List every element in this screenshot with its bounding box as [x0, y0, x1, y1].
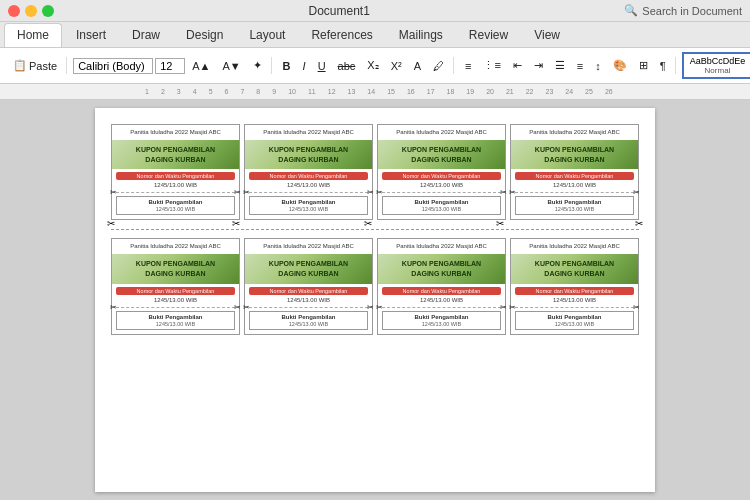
subscript-button[interactable]: X₂	[362, 57, 383, 74]
ticket-7-title: KUPON PENGAMBILAN DAGING KURBAN	[382, 259, 501, 279]
tab-draw[interactable]: Draw	[120, 23, 172, 47]
ticket-6-bg: KUPON PENGAMBILAN DAGING KURBAN	[245, 254, 372, 284]
ticket-6: Panitia Iduladha 2022 Masjid ABC KUPON P…	[244, 238, 373, 334]
ticket-3-bukti: Bukti Pengambilan 1245/13.00 WIB	[382, 196, 501, 215]
strikethrough-button[interactable]: abc	[333, 58, 361, 74]
ticket-8-title: KUPON PENGAMBILAN DAGING KURBAN	[515, 259, 634, 279]
ticket-1-nomor-value: 1245/13.00 WIB	[116, 181, 235, 189]
tab-review[interactable]: Review	[457, 23, 520, 47]
search-area[interactable]: 🔍 Search in Document	[624, 4, 742, 17]
font-name-input[interactable]	[73, 58, 153, 74]
ruler: 123456 789101112 131415161718 1920212223…	[0, 84, 750, 100]
ticket-5-divider: ✂ ✂	[116, 307, 235, 308]
ticket-6-title: KUPON PENGAMBILAN DAGING KURBAN	[249, 259, 368, 279]
tab-layout[interactable]: Layout	[237, 23, 297, 47]
ticket-2: Panitia Iduladha 2022 Masjid ABC KUPON P…	[244, 124, 373, 220]
ticket-8-nomor: Nomor dan Waktu Pengambilan 1245/13.00 W…	[515, 287, 634, 304]
document-area: Panitia Iduladha 2022 Masjid ABC KUPON P…	[0, 100, 750, 500]
scissor-left-icon: ✂	[110, 188, 117, 197]
ticket-1: Panitia Iduladha 2022 Masjid ABC KUPON P…	[111, 124, 240, 220]
ticket-1-nomor-label: Nomor dan Waktu Pengambilan	[116, 172, 235, 180]
ticket-7-org: Panitia Iduladha 2022 Masjid ABC	[382, 243, 501, 251]
bullets-button[interactable]: ≡	[460, 58, 476, 74]
ticket-2-nomor-value: 1245/13.00 WIB	[249, 181, 368, 189]
scissor-left-icon-3: ✂	[376, 188, 383, 197]
tab-insert[interactable]: Insert	[64, 23, 118, 47]
line-spacing-button[interactable]: ↕	[590, 58, 606, 74]
show-hide-button[interactable]: ¶	[655, 58, 671, 74]
scissors-h-mid3: ✂	[496, 218, 504, 229]
ticket-4-title: KUPON PENGAMBILAN DAGING KURBAN	[515, 145, 634, 165]
ribbon: 📋 Paste A▲ A▼ ✦ B I U abc X₂ X² A 🖊 ≡ ⋮≡…	[0, 48, 750, 84]
scissor-right-icon-2: ✂	[367, 188, 374, 197]
clear-format-button[interactable]: ✦	[248, 57, 267, 74]
bold-button[interactable]: B	[278, 58, 296, 74]
ticket-6-divider: ✂ ✂	[249, 307, 368, 308]
ticket-2-nomor: Nomor dan Waktu Pengambilan 1245/13.00 W…	[249, 172, 368, 189]
tab-design[interactable]: Design	[174, 23, 235, 47]
ticket-4-nomor-value: 1245/13.00 WIB	[515, 181, 634, 189]
align-center-button[interactable]: ≡	[572, 58, 588, 74]
ticket-8-nomor-label: Nomor dan Waktu Pengambilan	[515, 287, 634, 295]
highlight-button[interactable]: 🖊	[428, 58, 449, 74]
tab-home[interactable]: Home	[4, 23, 62, 47]
cut-line	[111, 229, 639, 230]
ticket-3-nomor-value: 1245/13.00 WIB	[382, 181, 501, 189]
ticket-4-bukti: Bukti Pengambilan 1245/13.00 WIB	[515, 196, 634, 215]
ticket-5-org: Panitia Iduladha 2022 Masjid ABC	[116, 243, 235, 251]
tab-references[interactable]: References	[299, 23, 384, 47]
indent-left-button[interactable]: ⇤	[508, 57, 527, 74]
paste-button[interactable]: 📋 Paste	[8, 57, 62, 74]
ticket-8-bukti-value: 1245/13.00 WIB	[518, 321, 631, 327]
ticket-4-divider: ✂ ✂	[515, 192, 634, 193]
ticket-5-nomor: Nomor dan Waktu Pengambilan 1245/13.00 W…	[116, 287, 235, 304]
minimize-button[interactable]	[25, 5, 37, 17]
align-left-button[interactable]: ☰	[550, 57, 570, 74]
decrease-font-button[interactable]: A▼	[217, 58, 245, 74]
font-size-input[interactable]	[155, 58, 185, 74]
ticket-5-title: KUPON PENGAMBILAN DAGING KURBAN	[116, 259, 235, 279]
increase-font-button[interactable]: A▲	[187, 58, 215, 74]
ticket-4-bukti-label: Bukti Pengambilan	[518, 199, 631, 205]
ticket-3-bukti-label: Bukti Pengambilan	[385, 199, 498, 205]
tab-view[interactable]: View	[522, 23, 572, 47]
numbering-button[interactable]: ⋮≡	[478, 57, 505, 74]
borders-button[interactable]: ⊞	[634, 57, 653, 74]
ticket-4-nomor-label: Nomor dan Waktu Pengambilan	[515, 172, 634, 180]
shading-button[interactable]: 🎨	[608, 57, 632, 74]
ticket-1-bukti: Bukti Pengambilan 1245/13.00 WIB	[116, 196, 235, 215]
ticket-6-org: Panitia Iduladha 2022 Masjid ABC	[249, 243, 368, 251]
ticket-6-bukti: Bukti Pengambilan 1245/13.00 WIB	[249, 311, 368, 330]
scissor-left-icon-4: ✂	[509, 188, 516, 197]
ticket-7-nomor-value: 1245/13.00 WIB	[382, 296, 501, 304]
ticket-5: Panitia Iduladha 2022 Masjid ABC KUPON P…	[111, 238, 240, 334]
indent-right-button[interactable]: ⇥	[529, 57, 548, 74]
paragraph-group: ≡ ⋮≡ ⇤ ⇥ ☰ ≡ ↕ 🎨 ⊞ ¶	[456, 57, 676, 74]
tab-mailings[interactable]: Mailings	[387, 23, 455, 47]
close-button[interactable]	[8, 5, 20, 17]
style-normal[interactable]: AaBbCcDdEe Normal	[682, 52, 750, 79]
italic-button[interactable]: I	[298, 58, 311, 74]
title-bar: Document1 🔍 Search in Document	[0, 0, 750, 22]
ticket-1-nomor: Nomor dan Waktu Pengambilan 1245/13.00 W…	[116, 172, 235, 189]
superscript-button[interactable]: X²	[386, 58, 407, 74]
ticket-7-nomor-label: Nomor dan Waktu Pengambilan	[382, 287, 501, 295]
window-controls[interactable]	[8, 5, 54, 17]
ticket-grid-top: Panitia Iduladha 2022 Masjid ABC KUPON P…	[111, 124, 639, 220]
paste-label: Paste	[29, 60, 57, 72]
ticket-2-bukti-value: 1245/13.00 WIB	[252, 206, 365, 212]
ticket-8: Panitia Iduladha 2022 Masjid ABC KUPON P…	[510, 238, 639, 334]
search-label: Search in Document	[642, 5, 742, 17]
search-icon: 🔍	[624, 4, 638, 17]
ticket-1-bukti-label: Bukti Pengambilan	[119, 199, 232, 205]
ticket-3-bg: KUPON PENGAMBILAN DAGING KURBAN	[378, 140, 505, 170]
ticket-5-nomor-value: 1245/13.00 WIB	[116, 296, 235, 304]
ticket-4-bg: KUPON PENGAMBILAN DAGING KURBAN	[511, 140, 638, 170]
ticket-6-nomor-value: 1245/13.00 WIB	[249, 296, 368, 304]
underline-button[interactable]: U	[313, 58, 331, 74]
font-color-button[interactable]: A	[409, 58, 426, 74]
maximize-button[interactable]	[42, 5, 54, 17]
scissors-h-right: ✂	[635, 218, 643, 229]
ticket-grid-bottom: Panitia Iduladha 2022 Masjid ABC KUPON P…	[111, 238, 639, 334]
ticket-5-bg: KUPON PENGAMBILAN DAGING KURBAN	[112, 254, 239, 284]
